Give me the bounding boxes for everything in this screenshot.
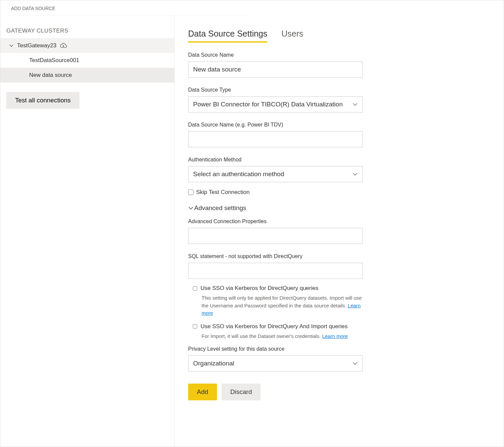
label-data-source-name: Data Source Name: [188, 52, 363, 58]
page-title: ADD DATA SOURCE: [6, 0, 247, 15]
advanced-settings-label: Advanced settings: [194, 204, 246, 212]
gateway-clusters-label: GATEWAY CLUSTERS: [0, 15, 174, 38]
authentication-method-select[interactable]: Select an authentication method: [188, 166, 363, 182]
privacy-level-select[interactable]: Organizational: [188, 355, 363, 371]
chevron-down-icon: [9, 43, 14, 48]
data-source-type-value: Power BI Connector for TIBCO(R) Data Vir…: [193, 101, 343, 108]
chevron-down-icon: [352, 361, 358, 366]
label-authentication-method: Authentication Method: [188, 157, 363, 163]
label-data-source-name-2: Data Source Name (e.g. Power BI TDV): [188, 122, 363, 128]
sso-kerberos-directquery-label: Use SSO via Kerberos for DirectQuery que…: [201, 285, 318, 292]
data-source-type-select[interactable]: Power BI Connector for TIBCO(R) Data Vir…: [188, 96, 363, 112]
label-advanced-connection-properties: Advanced Connection Properties: [188, 218, 363, 225]
chevron-down-icon: [188, 205, 193, 211]
learn-more-link-2[interactable]: Learn more: [322, 333, 348, 339]
label-privacy-level: Privacy Level setting for this data sour…: [188, 346, 363, 352]
main-panel: Data Source Settings Users Data Source N…: [175, 15, 504, 447]
sso-kerberos-directquery-help: This setting will only be applied for Di…: [202, 294, 363, 317]
cloud-icon: [60, 43, 67, 49]
sidebar-item-new-data-source[interactable]: New data source: [0, 68, 174, 83]
label-data-source-type: Data Source Type: [188, 87, 363, 93]
data-source-name-2-input[interactable]: [188, 131, 363, 147]
advanced-settings-toggle[interactable]: Advanced settings: [188, 204, 363, 212]
skip-test-connection-checkbox[interactable]: [188, 190, 193, 195]
advanced-connection-properties-input[interactable]: [188, 228, 363, 244]
discard-button[interactable]: Discard: [222, 384, 261, 400]
test-all-connections-button[interactable]: Test all connections: [6, 92, 79, 109]
authentication-method-value: Select an authentication method: [193, 170, 284, 178]
sql-statement-input[interactable]: [188, 263, 363, 279]
privacy-level-value: Organizational: [193, 360, 234, 367]
sidebar-item-testdatasource001[interactable]: TestDataSource001: [0, 53, 174, 68]
tab-data-source-settings[interactable]: Data Source Settings: [188, 29, 267, 43]
chevron-down-icon: [352, 171, 358, 177]
data-source-name-input[interactable]: [188, 61, 363, 78]
sidebar: GATEWAY CLUSTERS TestGateway23 TestDataS…: [0, 15, 175, 447]
add-button[interactable]: Add: [188, 384, 217, 400]
sso-kerberos-dq-import-checkbox[interactable]: [193, 324, 197, 329]
chevron-down-icon: [352, 102, 358, 107]
tab-users[interactable]: Users: [281, 29, 303, 43]
skip-test-connection-label: Skip Test Connection: [196, 189, 249, 196]
sso-kerberos-directquery-checkbox[interactable]: [193, 286, 197, 291]
gateway-row[interactable]: TestGateway23: [0, 38, 174, 53]
sso-kerberos-dq-import-label: Use SSO via Kerberos for DirectQuery And…: [201, 323, 347, 330]
gateway-name: TestGateway23: [17, 42, 56, 49]
label-sql-statement: SQL statement - not supported with Direc…: [188, 253, 363, 259]
sso-kerberos-dq-import-help: For Import, it will use the Dataset owne…: [202, 333, 363, 340]
